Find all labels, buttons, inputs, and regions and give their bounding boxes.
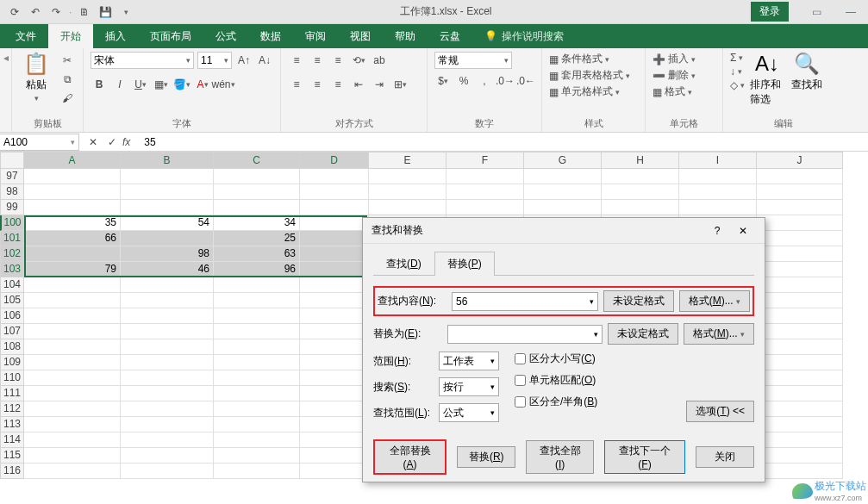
cell-G98[interactable] — [524, 184, 602, 200]
cell-J105[interactable] — [757, 293, 843, 308]
phonetic-button[interactable]: wén▾ — [215, 76, 232, 93]
cell-F99[interactable] — [446, 200, 524, 215]
row-header-108[interactable]: 108 — [0, 339, 24, 355]
cell-D104[interactable] — [300, 277, 369, 293]
cell-C106[interactable] — [214, 308, 300, 324]
cell-A103[interactable]: 79 — [24, 262, 121, 277]
col-header-B[interactable]: B — [121, 152, 214, 169]
cell-J103[interactable] — [757, 262, 843, 277]
name-box[interactable]: A100▾ — [0, 134, 79, 151]
cell-C100[interactable]: 34 — [214, 215, 300, 231]
row-header-116[interactable]: 116 — [0, 464, 24, 479]
cell-A114[interactable] — [24, 432, 121, 448]
login-button[interactable]: 登录 — [751, 2, 789, 22]
row-header-112[interactable]: 112 — [0, 401, 24, 417]
cell-D99[interactable] — [300, 200, 369, 215]
cell-A109[interactable] — [24, 355, 121, 370]
align-left-button[interactable]: ≡ — [288, 76, 305, 93]
cell-A101[interactable]: 66 — [24, 231, 121, 246]
fill-color-button[interactable]: 🪣▾ — [173, 76, 190, 93]
cell-D109[interactable] — [300, 355, 369, 370]
cell-A97[interactable] — [24, 169, 121, 184]
cell-B112[interactable] — [121, 401, 214, 417]
cell-A112[interactable] — [24, 401, 121, 417]
cell-J116[interactable] — [757, 464, 843, 479]
col-header-C[interactable]: C — [214, 152, 300, 169]
cell-J111[interactable] — [757, 386, 843, 401]
undo-button[interactable]: ↶ — [26, 3, 45, 22]
cell-C115[interactable] — [214, 448, 300, 464]
cell-J109[interactable] — [757, 355, 843, 370]
tab-insert[interactable]: 插入 — [93, 24, 138, 48]
replace-all-button[interactable]: 全部替换(A) — [373, 439, 446, 475]
autosave-toggle[interactable]: ⟳ — [5, 3, 24, 22]
cell-J98[interactable] — [757, 184, 843, 200]
cell-D116[interactable] — [300, 464, 369, 479]
row-header-106[interactable]: 106 — [0, 308, 24, 324]
row-header-104[interactable]: 104 — [0, 277, 24, 293]
cell-A104[interactable] — [24, 277, 121, 293]
autosum-button[interactable]: Σ▾ — [730, 52, 745, 64]
cell-J100[interactable] — [757, 215, 843, 231]
check-match-case[interactable]: 区分大小写(C) — [515, 352, 597, 366]
cell-D107[interactable] — [300, 324, 369, 339]
conditional-formatting-button[interactable]: ▦条件格式▾ — [549, 52, 630, 66]
border-button[interactable]: ▦▾ — [153, 76, 170, 93]
col-header-A[interactable]: A — [24, 152, 121, 169]
clear-button[interactable]: ◇▾ — [730, 79, 745, 91]
row-header-105[interactable]: 105 — [0, 293, 24, 308]
tab-home[interactable]: 开始 — [48, 24, 93, 48]
cell-C102[interactable]: 63 — [214, 246, 300, 262]
format-painter-button[interactable]: 🖌 — [59, 90, 76, 107]
find-select-button[interactable]: 🔍查找和 — [790, 52, 824, 92]
cell-I98[interactable] — [679, 184, 757, 200]
cell-C98[interactable] — [214, 184, 300, 200]
cell-F98[interactable] — [446, 184, 524, 200]
cell-B100[interactable]: 54 — [121, 215, 214, 231]
row-header-113[interactable]: 113 — [0, 417, 24, 432]
wrap-text-button[interactable]: ab — [371, 52, 388, 69]
tab-data[interactable]: 数据 — [248, 24, 293, 48]
cell-F97[interactable] — [446, 169, 524, 184]
align-bottom-button[interactable]: ≡ — [329, 52, 347, 69]
cell-C108[interactable] — [214, 339, 300, 355]
cell-A111[interactable] — [24, 386, 121, 401]
cell-J107[interactable] — [757, 324, 843, 339]
row-header-98[interactable]: 98 — [0, 184, 24, 200]
cell-B111[interactable] — [121, 386, 214, 401]
row-header-107[interactable]: 107 — [0, 324, 24, 339]
number-format-select[interactable]: 常规▾ — [434, 52, 512, 69]
cell-J106[interactable] — [757, 308, 843, 324]
cell-A115[interactable] — [24, 448, 121, 464]
cell-D100[interactable] — [300, 215, 369, 231]
cell-J110[interactable] — [757, 370, 843, 386]
cell-D110[interactable] — [300, 370, 369, 386]
search-select[interactable]: 按行▾ — [439, 377, 499, 396]
row-header-101[interactable]: 101 — [0, 231, 24, 246]
tell-me-search[interactable]: 💡 操作说明搜索 — [484, 29, 564, 44]
qat-more-button[interactable]: ▾ — [116, 3, 135, 22]
cell-B110[interactable] — [121, 370, 214, 386]
scope-select[interactable]: 工作表▾ — [439, 352, 499, 370]
col-header-F[interactable]: F — [446, 152, 524, 169]
find-next-button[interactable]: 查找下一个(F) — [604, 440, 685, 474]
format-as-table-button[interactable]: ▦套用表格格式▾ — [549, 68, 630, 83]
cell-C104[interactable] — [214, 277, 300, 293]
font-color-button[interactable]: A▾ — [194, 76, 211, 93]
cell-B108[interactable] — [121, 339, 214, 355]
cell-J112[interactable] — [757, 401, 843, 417]
currency-button[interactable]: $▾ — [434, 72, 452, 90]
cell-B105[interactable] — [121, 293, 214, 308]
cell-B109[interactable] — [121, 355, 214, 370]
cell-G99[interactable] — [524, 200, 602, 215]
find-format-button[interactable]: 格式(M)... ▾ — [679, 290, 750, 312]
cell-D105[interactable] — [300, 293, 369, 308]
align-center-button[interactable]: ≡ — [309, 76, 326, 93]
cut-button[interactable]: ✂ — [59, 52, 76, 69]
cell-A100[interactable]: 35 — [24, 215, 121, 231]
cell-D101[interactable] — [300, 231, 369, 246]
new-file-button[interactable]: 🗎 — [75, 3, 94, 22]
cell-C110[interactable] — [214, 370, 300, 386]
cell-D102[interactable] — [300, 246, 369, 262]
comma-button[interactable]: , — [476, 72, 493, 90]
